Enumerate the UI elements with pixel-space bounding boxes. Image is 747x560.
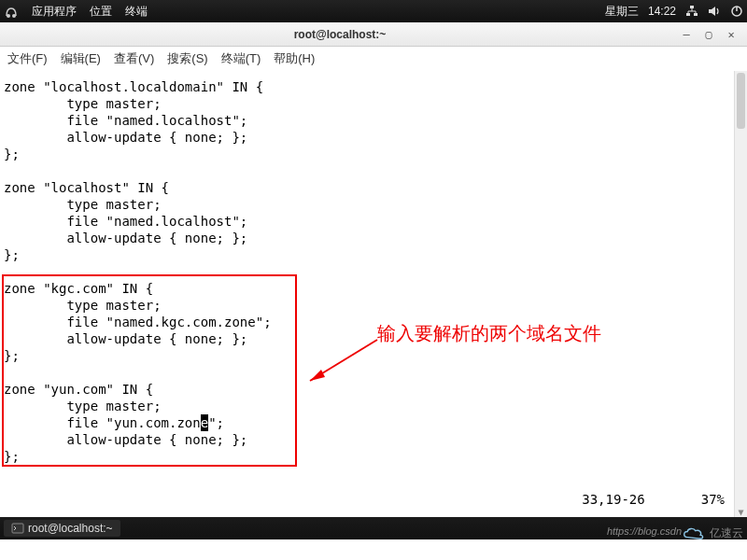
svg-rect-4	[694, 13, 698, 16]
menu-search[interactable]: 搜索(S)	[167, 50, 207, 67]
clock-day[interactable]: 星期三	[605, 4, 639, 20]
svg-marker-8	[310, 370, 325, 381]
vim-status-line: 33,19-26 37%	[582, 491, 725, 508]
scrollbar[interactable]: ▲ ▼	[734, 71, 747, 517]
svg-point-0	[7, 14, 10, 18]
watermark-text: https://blog.csdn	[607, 525, 682, 537]
menu-terminal-sub[interactable]: 终端(T)	[221, 50, 261, 67]
brand-logo-icon	[682, 525, 708, 541]
menu-file[interactable]: 文件(F)	[7, 50, 48, 67]
terminal-icon	[11, 522, 24, 535]
svg-rect-9	[12, 524, 23, 533]
maximize-button[interactable]: ▢	[702, 28, 715, 41]
brand-watermark: 亿速云	[682, 525, 743, 541]
svg-rect-3	[686, 13, 690, 16]
menu-view[interactable]: 查看(V)	[114, 50, 154, 67]
menu-applications[interactable]: 应用程序	[32, 4, 77, 20]
annotation-arrow-icon	[297, 334, 381, 390]
taskbar-label: root@localhost:~	[28, 522, 113, 535]
taskbar-terminal-button[interactable]: root@localhost:~	[4, 520, 120, 537]
vim-cursor-pos: 33,19-26	[582, 491, 644, 508]
menu-edit[interactable]: 编辑(E)	[61, 50, 101, 67]
scrollbar-thumb[interactable]	[737, 73, 745, 129]
clock-time[interactable]: 14:22	[648, 5, 676, 18]
gnome-top-bar: 应用程序 位置 终端 星期三 14:22	[0, 0, 747, 22]
close-button[interactable]: ✕	[725, 28, 738, 41]
menu-help[interactable]: 帮助(H)	[274, 50, 315, 67]
vim-scroll-pct: 37%	[701, 491, 725, 508]
power-icon[interactable]	[730, 5, 743, 18]
scroll-down-icon[interactable]: ▼	[735, 504, 747, 517]
minimize-button[interactable]: —	[680, 28, 693, 41]
gnome-bottom-bar: root@localhost:~ https://blog.csdn	[0, 517, 747, 539]
annotation-text: 输入要解析的两个域名文件	[377, 325, 601, 342]
window-title-bar: root@localhost:~ — ▢ ✕	[0, 22, 747, 47]
activities-icon[interactable]	[4, 4, 19, 19]
svg-rect-2	[690, 6, 694, 8]
terminal-menu-bar: 文件(F) 编辑(E) 查看(V) 搜索(S) 终端(T) 帮助(H)	[0, 47, 747, 71]
terminal-content[interactable]: zone "localhost.localdomain" IN { type m…	[0, 71, 747, 517]
window-title: root@localhost:~	[0, 28, 680, 41]
menu-terminal[interactable]: 终端	[125, 4, 148, 20]
menu-places[interactable]: 位置	[90, 4, 112, 20]
annotation-box	[2, 274, 297, 467]
network-icon[interactable]	[685, 5, 698, 18]
svg-point-1	[12, 14, 16, 18]
brand-text: 亿速云	[710, 525, 743, 541]
volume-icon[interactable]	[708, 5, 721, 18]
